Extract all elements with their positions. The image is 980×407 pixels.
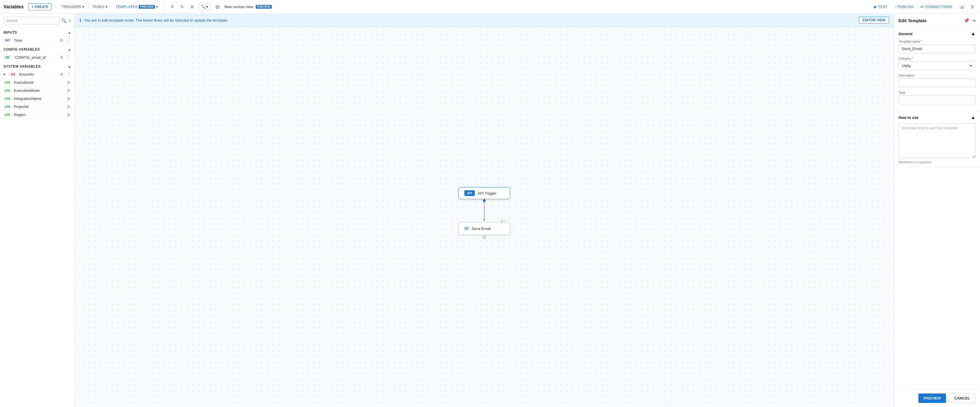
- layout-button[interactable]: ⊞: [188, 3, 196, 10]
- inputs-section-title: Inputs: [3, 30, 17, 35]
- canvas[interactable]: ℹ You are in edit template mode. The bel…: [75, 14, 894, 407]
- redo-button[interactable]: ↻: [178, 3, 186, 10]
- triggers-chevron-icon: ▾: [82, 5, 84, 9]
- triggers-tab[interactable]: TRIGGERS ▾: [59, 3, 87, 10]
- search-input[interactable]: [3, 17, 59, 24]
- config-list: [S] `CONFIG_email_id` 0 ⋮: [0, 53, 75, 62]
- var-name: ExecutionMode: [14, 88, 64, 93]
- required-indicator: *: [921, 40, 922, 43]
- tags-input[interactable]: [899, 95, 975, 104]
- editor-view-button[interactable]: EDITOR VIEW: [859, 17, 889, 24]
- create-button[interactable]: + CREATE: [28, 3, 51, 10]
- var-name: Region: [14, 113, 64, 117]
- undo-icon: ↺: [170, 5, 173, 9]
- redo-icon: ↻: [180, 5, 184, 9]
- templates-label: TEMPLATES: [116, 5, 138, 9]
- node-bottom-connector: [458, 235, 510, 239]
- type-badge: STR: [3, 97, 11, 101]
- api-trigger-node[interactable]: API API Trigger: [458, 187, 510, 199]
- inputs-section-header[interactable]: Inputs ▲: [0, 28, 75, 36]
- test-button[interactable]: ▶ TEST: [872, 3, 890, 10]
- preview-button[interactable]: PREVIEW: [918, 393, 946, 403]
- play-icon: ▶: [874, 5, 877, 9]
- general-chevron-icon: ▲: [971, 31, 975, 36]
- how-to-use-section-title: How to use: [899, 115, 918, 120]
- list-item: ▶ [U] ErrorInfo 0 ⋮: [0, 70, 75, 79]
- zoom-control[interactable]: 🔍 ▾: [198, 3, 211, 10]
- type-badge: [U]: [9, 72, 17, 76]
- email-icon: ✉: [465, 226, 469, 232]
- filter-icon[interactable]: ≡: [68, 18, 71, 23]
- zoom-out-icon: ⊖: [215, 4, 220, 10]
- list-item: STR ExecutionId 0: [0, 79, 75, 87]
- panel-header: Edit Template 📌 ⇥: [894, 14, 980, 28]
- list-item: STR ProjectId 0: [0, 103, 75, 111]
- var-name: `CONFIG_email_id`: [14, 55, 57, 60]
- description-input[interactable]: [899, 78, 975, 87]
- node-id-badge: ID:1: [499, 219, 508, 224]
- system-section-header[interactable]: System Variables ▲: [0, 62, 75, 70]
- system-section-title: System Variables: [3, 65, 41, 68]
- canvas-preview-badge: PREVIEW: [256, 5, 272, 9]
- sidebar-search-bar: 🔍 ≡: [0, 14, 75, 28]
- inputs-chevron-icon: ▲: [68, 30, 71, 35]
- list-item: INT Time 0 ⋮: [0, 36, 75, 45]
- cancel-button[interactable]: CANCEL: [949, 393, 975, 403]
- tasks-tab[interactable]: TASKS ▾: [89, 3, 111, 10]
- list-item: STR ExecutionMode 0: [0, 87, 75, 95]
- layout-icon: ⊞: [191, 5, 194, 9]
- menu-button[interactable]: ☰: [969, 3, 977, 10]
- more-menu-icon[interactable]: ⋮: [67, 38, 71, 43]
- config-section-title: Config Variables: [3, 48, 40, 51]
- expand-icon: ⇥: [972, 18, 975, 23]
- connections-button[interactable]: ⇄ CONNECTIONS: [918, 3, 955, 10]
- type-badge: INT: [3, 38, 11, 42]
- test-label: TEST: [878, 5, 888, 9]
- description-field-group: Description: [899, 74, 975, 87]
- var-name: IntegrationName: [14, 97, 64, 101]
- var-count: 0: [59, 38, 64, 42]
- triggers-label: TRIGGERS: [62, 5, 81, 9]
- connections-label: CONNECTIONS: [925, 5, 952, 9]
- templates-tab[interactable]: TEMPLATES PREVIEW ▾: [113, 3, 161, 10]
- publish-button[interactable]: ↑ PUBLISH: [892, 3, 916, 10]
- flow-connector: ▼: [482, 199, 486, 222]
- markdown-note: Markdown is supported: [899, 160, 975, 164]
- general-section-header[interactable]: General ▲: [899, 31, 975, 36]
- tasks-chevron-icon: ▾: [106, 5, 108, 9]
- undo-button[interactable]: ↺: [168, 3, 176, 10]
- how-to-use-section-header[interactable]: How to use ▲: [899, 115, 975, 120]
- type-badge: STR: [3, 89, 11, 93]
- expand-icon[interactable]: ▶: [3, 72, 6, 76]
- navbar-divider-2: [164, 3, 165, 11]
- var-count: 0: [66, 97, 71, 101]
- send-email-node[interactable]: ID:1 ✉ Send Email: [458, 222, 510, 235]
- connector-line: [484, 202, 485, 219]
- var-count: 0: [66, 105, 71, 109]
- how-to-use-textarea[interactable]: [899, 124, 975, 158]
- more-menu-icon[interactable]: ⋮: [67, 72, 71, 76]
- config-chevron-icon: ▲: [68, 48, 71, 51]
- var-name: ErrorInfo: [19, 72, 57, 76]
- expand-panel-button[interactable]: ⇥: [972, 18, 975, 23]
- panel-header-icons: 📌 ⇥: [964, 18, 975, 23]
- banner-text: You are in edit template mode. The below…: [84, 18, 228, 22]
- zoom-out-button[interactable]: ⊖: [213, 3, 222, 11]
- send-email-label: Send Email: [472, 227, 491, 231]
- pin-button[interactable]: 📌: [964, 18, 969, 23]
- system-chevron-icon: ▲: [68, 65, 71, 68]
- tags-field-group: Tags: [899, 91, 975, 104]
- connections-icon: ⇄: [920, 5, 924, 9]
- template-name-input[interactable]: [899, 45, 975, 53]
- canvas-label: New canvas view: [224, 5, 253, 9]
- more-menu-icon[interactable]: ⋮: [67, 55, 71, 60]
- sidebar: 🔍 ≡ Inputs ▲ INT Time 0 ⋮ Config Variabl…: [0, 14, 75, 407]
- templates-chevron-icon: ▾: [156, 5, 158, 9]
- analytics-button[interactable]: 📊: [957, 3, 966, 10]
- type-badge: STR: [3, 81, 11, 84]
- type-badge: STR: [3, 105, 11, 109]
- send-email-wrapper: ID:1 ✉ Send Email: [458, 222, 510, 239]
- config-section-header[interactable]: Config Variables ▲: [0, 45, 75, 53]
- inputs-list: INT Time 0 ⋮: [0, 36, 75, 45]
- category-select[interactable]: Utility Communication Data Custom: [899, 61, 975, 70]
